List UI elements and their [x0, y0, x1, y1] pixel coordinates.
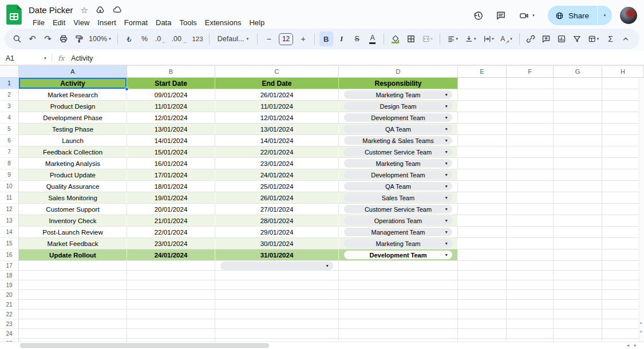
cell-A15[interactable]: Market Feedback: [19, 238, 127, 249]
menu-edit[interactable]: Edit: [49, 17, 69, 28]
cell-E13[interactable]: [458, 215, 507, 227]
cell-H19[interactable]: [602, 280, 644, 290]
column-header-F[interactable]: F: [507, 66, 554, 78]
cell-G6[interactable]: [554, 135, 602, 146]
menu-extensions[interactable]: Extensions: [201, 17, 246, 28]
cell-A1[interactable]: Activity: [19, 78, 127, 89]
search-button[interactable]: [10, 31, 24, 46]
dropdown-chip-D10[interactable]: QA Team▼: [344, 182, 452, 191]
zoom-select[interactable]: 100% ▼: [88, 31, 113, 46]
cell-D16[interactable]: Development Team▼: [339, 249, 458, 261]
cell-D15[interactable]: Marketing Team▼: [339, 238, 458, 249]
cell-A17[interactable]: [19, 261, 127, 271]
cell-E4[interactable]: [458, 112, 507, 124]
cell-F11[interactable]: [507, 192, 554, 204]
comments-button[interactable]: [492, 7, 509, 24]
star-icon[interactable]: ☆: [81, 6, 88, 14]
text-rotation-button[interactable]: A↗ ▼: [499, 31, 515, 46]
row-header-20[interactable]: 20: [0, 290, 19, 300]
dropdown-chip-D8[interactable]: Marketing Team▼: [344, 159, 452, 168]
cell-E9[interactable]: [458, 169, 507, 181]
dropdown-chip-D14[interactable]: Management Team▼: [344, 228, 452, 236]
cell-D21[interactable]: [339, 300, 458, 310]
strikethrough-button[interactable]: S: [350, 31, 364, 46]
cell-F5[interactable]: [507, 124, 554, 135]
cell-B7[interactable]: 15/01/2024: [127, 146, 215, 158]
cell-A18[interactable]: [19, 271, 127, 280]
column-header-A[interactable]: A: [19, 66, 127, 78]
cell-G11[interactable]: [554, 192, 602, 204]
row-header-16[interactable]: 16: [0, 249, 19, 261]
cell-B4[interactable]: 12/01/2024: [127, 112, 215, 124]
cell-D24[interactable]: [339, 329, 458, 339]
cell-A2[interactable]: Market Research: [19, 89, 127, 101]
cell-H3[interactable]: [602, 101, 644, 112]
cell-C20[interactable]: [215, 290, 339, 300]
cell-H21[interactable]: [602, 300, 644, 310]
cell-D6[interactable]: Marketing & Sales Teams▼: [339, 135, 458, 146]
cell-G23[interactable]: [554, 319, 602, 329]
cell-C16[interactable]: 31/01/2024: [215, 249, 339, 261]
cell-H11[interactable]: [602, 192, 644, 204]
cell-G13[interactable]: [554, 215, 602, 227]
cell-H5[interactable]: [602, 124, 644, 135]
menu-help[interactable]: Help: [245, 17, 268, 28]
cell-H8[interactable]: [602, 158, 644, 169]
cell-E7[interactable]: [458, 146, 507, 158]
cell-A16[interactable]: Update Rollout: [19, 249, 127, 261]
cell-D23[interactable]: [339, 319, 458, 329]
cell-D13[interactable]: Operations Team▼: [339, 215, 458, 227]
cell-F2[interactable]: [507, 89, 554, 101]
row-header-18[interactable]: 18: [0, 271, 19, 280]
cell-A5[interactable]: Testing Phase: [19, 124, 127, 135]
cell-E5[interactable]: [458, 124, 507, 135]
undo-button[interactable]: ↶: [26, 31, 39, 46]
cell-F17[interactable]: [507, 261, 554, 271]
cell-F12[interactable]: [507, 204, 554, 215]
currency-format-button[interactable]: ₺: [123, 31, 136, 46]
cell-E22[interactable]: [458, 310, 507, 319]
cell-F19[interactable]: [507, 280, 554, 290]
cell-A7[interactable]: Feedback Collection: [19, 146, 127, 158]
cell-A3[interactable]: Product Design: [19, 101, 127, 112]
row-header-17[interactable]: 17: [0, 261, 19, 271]
menu-file[interactable]: File: [29, 17, 49, 28]
column-header-G[interactable]: G: [554, 66, 602, 78]
cell-G15[interactable]: [554, 238, 602, 249]
cell-G8[interactable]: [554, 158, 602, 169]
row-header-7[interactable]: 7: [0, 146, 19, 158]
cell-F1[interactable]: [507, 78, 554, 89]
cell-G4[interactable]: [554, 112, 602, 124]
cell-B16[interactable]: 24/01/2024: [127, 249, 215, 261]
cell-D3[interactable]: Design Team▼: [339, 101, 458, 112]
cell-G3[interactable]: [554, 101, 602, 112]
italic-button[interactable]: I: [335, 31, 349, 46]
cell-A22[interactable]: [19, 310, 127, 319]
cell-C2[interactable]: 26/01/2024: [215, 89, 339, 101]
row-header-13[interactable]: 13: [0, 215, 19, 227]
cell-D17[interactable]: [339, 261, 458, 271]
horizontal-align-button[interactable]: ▼: [445, 31, 461, 46]
cell-E6[interactable]: [458, 135, 507, 146]
cell-B23[interactable]: [127, 319, 215, 329]
merge-cells-button[interactable]: ▼: [420, 31, 436, 46]
cell-G2[interactable]: [554, 89, 602, 101]
bold-button[interactable]: B: [319, 31, 333, 46]
functions-button[interactable]: Σ: [603, 31, 617, 46]
cell-G12[interactable]: [554, 204, 602, 215]
cell-F4[interactable]: [507, 112, 554, 124]
cell-A12[interactable]: Customer Support: [19, 204, 127, 215]
cell-F21[interactable]: [507, 300, 554, 310]
cell-H17[interactable]: [602, 261, 644, 271]
fill-color-button[interactable]: [389, 31, 402, 46]
font-family-select[interactable]: Defaul... ▼: [214, 31, 253, 46]
dropdown-chip-C17[interactable]: ▼: [220, 261, 333, 270]
cell-F24[interactable]: [507, 329, 554, 339]
cell-A6[interactable]: Launch: [19, 135, 127, 146]
cell-C10[interactable]: 25/01/2024: [215, 181, 339, 192]
cell-C17[interactable]: ▼: [215, 261, 339, 271]
cell-A23[interactable]: [19, 319, 127, 329]
cell-B6[interactable]: 14/01/2024: [127, 135, 215, 146]
cell-E10[interactable]: [458, 181, 507, 192]
cell-F18[interactable]: [507, 271, 554, 280]
